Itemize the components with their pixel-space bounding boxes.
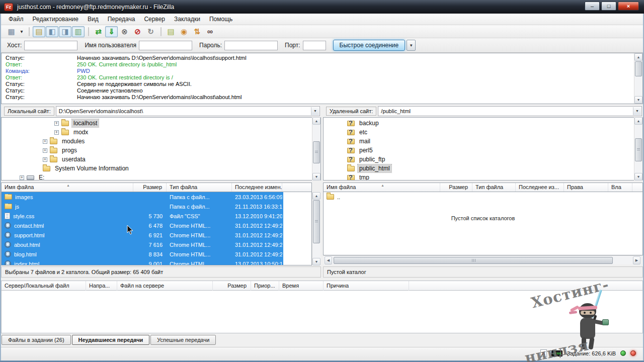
close-button[interactable]: × [618,2,639,11]
local-file-list: images Папка с файл... 23.03.2013 6:56:0… [1,192,312,265]
log-line-label: Статус: [2,55,77,61]
menu-item[interactable]: Помощь [205,14,237,24]
file-row[interactable]: style.css 5 730 Файл "CSS" 13.12.2010 9:… [2,211,283,221]
queue-column-header[interactable]: Сервер/Локальный файл [2,281,86,291]
menu-item[interactable]: Вид [83,14,103,24]
expander-icon[interactable]: + [54,130,59,135]
file-icon [5,204,12,209]
tree-item[interactable]: + public_html [324,164,642,173]
quickconnect-dropdown-icon[interactable]: ▼ [407,40,416,51]
tree-item-label: localhost [72,119,99,127]
disconnect-icon[interactable] [131,26,144,37]
tree-item[interactable]: + perl5 [324,146,642,155]
filter-icon[interactable] [165,26,177,37]
chevron-down-icon[interactable]: ▼ [633,107,641,115]
column-header[interactable]: Размер [440,183,472,192]
file-row[interactable]: contact.html 6 478 Chrome HTML... 31.01.… [2,221,283,230]
quickconnect-button[interactable]: Быстрое соединение [333,40,406,51]
updir-row[interactable]: .. [324,192,642,202]
port-input[interactable] [303,41,326,50]
site-manager-dropdown-icon[interactable] [18,26,25,37]
find-files-icon[interactable] [204,26,216,37]
cancel-operation-icon[interactable] [118,26,131,37]
queue-tab[interactable]: Успешные передачи [150,335,216,345]
queue-tab[interactable]: Неудавшиеся передачи [72,335,150,345]
compare-directories-icon[interactable] [178,26,190,37]
queue-column-header[interactable]: Размер [213,281,251,291]
file-row[interactable]: js Папка с файл... 21.11.2013 16:33:17 [2,202,283,211]
tree-item[interactable]: + modx [2,128,320,137]
column-header[interactable]: Имя файла [324,183,440,192]
tree-item[interactable]: + System Volume Information [2,164,320,173]
expander-icon[interactable]: + [43,148,47,153]
expander-icon[interactable]: + [54,121,59,126]
expander-icon[interactable]: + [20,175,24,180]
log-scrollbar[interactable]: ▲ ▼ [634,53,642,104]
tree-item[interactable]: + backup [324,119,642,128]
column-header[interactable]: Имя файла [2,183,133,192]
queue-column-header[interactable]: Напра... [86,281,117,291]
tree-item[interactable]: + etc [324,128,642,137]
queue-column-header[interactable]: Время [279,281,324,291]
remote-horizontal-scrollbar[interactable]: ◀ ▶ [324,255,641,264]
column-header[interactable]: Права [564,183,608,192]
file-row[interactable]: blog.html 8 834 Chrome HTML... 31.01.201… [2,249,283,259]
column-header[interactable]: Размер [133,183,167,192]
speed-limit-icon[interactable] [551,350,562,356]
tree-item[interactable]: + public_ftp [324,155,642,164]
column-header[interactable]: Последнее измен... [232,183,282,192]
menu-item[interactable]: Сервер [139,14,170,24]
queue-tab[interactable]: Файлы в задании (26) [2,335,71,345]
sync-browsing-icon[interactable] [191,26,203,37]
username-input[interactable] [139,41,192,50]
file-row[interactable]: index.html 9 001 Chrome HTML... 13.07.20… [2,259,283,265]
minimize-button[interactable]: – [585,2,600,11]
column-header[interactable]: Последнее из... [516,183,564,192]
refresh-icon[interactable] [92,26,105,37]
local-list-scrollbar[interactable]: ▲ ▼ [312,192,320,265]
queue-column-header[interactable]: Причина [324,281,409,291]
file-row[interactable]: about.html 7 616 Chrome HTML... 31.01.20… [2,240,283,249]
maximize-button[interactable]: □ [601,2,616,11]
chevron-down-icon[interactable]: ▼ [311,107,319,115]
column-header[interactable]: Тип файла [167,183,232,192]
reconnect-icon[interactable] [144,26,157,37]
menu-item[interactable]: Файл [4,14,28,24]
expander-icon[interactable]: + [43,157,47,162]
toggle-queue-icon[interactable] [72,26,85,37]
expander-icon[interactable]: + [43,139,47,144]
host-input[interactable] [24,41,77,50]
queue-column-header[interactable]: Файл на сервере [117,281,213,291]
menu-item[interactable]: Передача [103,14,140,24]
queue-body [1,291,643,333]
tree-item[interactable]: + localhost [2,119,320,128]
file-row[interactable]: support.html 6 921 Chrome HTML... 31.01.… [2,230,283,240]
queue-header: Сервер/Локальный файлНапра...Файл на сер… [1,281,643,291]
tree-item[interactable]: + mail [324,137,642,146]
menu-item[interactable]: Редактирование [28,14,83,24]
file-type: Chrome HTML... [167,232,232,238]
file-row[interactable]: images Папка с файл... 23.03.2013 6:56:0… [2,192,283,202]
tree-item[interactable]: + tmp [324,173,642,180]
remote-tree-scrollbar[interactable]: ▲ ▼ [634,117,642,180]
tree-item[interactable]: + E: [2,173,320,180]
toggle-remote-tree-icon[interactable] [59,26,71,37]
tree-item[interactable]: + userdata [2,155,320,164]
column-header[interactable]: Тип файла [472,183,516,192]
tree-item[interactable]: + progs [2,146,320,155]
file-modified: 31.01.2012 12:49:20 [232,242,282,248]
tree-item[interactable]: + modules [2,137,320,146]
toggle-message-log-icon[interactable] [33,26,45,37]
red-led-icon [630,350,636,356]
process-queue-icon[interactable] [105,26,118,37]
folder-icon [347,139,355,144]
password-input[interactable] [224,41,278,50]
site-manager-icon[interactable] [5,26,18,37]
menu-item[interactable]: Закладки [170,14,205,24]
toggle-local-tree-icon[interactable] [46,26,58,37]
column-header[interactable]: Вла [608,183,632,192]
queue-column-header[interactable]: Приор... [251,281,279,291]
remote-path-combo[interactable]: /public_html ▼ [378,106,642,116]
local-path-combo[interactable]: D:\OpenServer\domains\localhost\ ▼ [56,106,320,116]
local-tree-scrollbar[interactable]: ▲ ▼ [312,117,320,180]
